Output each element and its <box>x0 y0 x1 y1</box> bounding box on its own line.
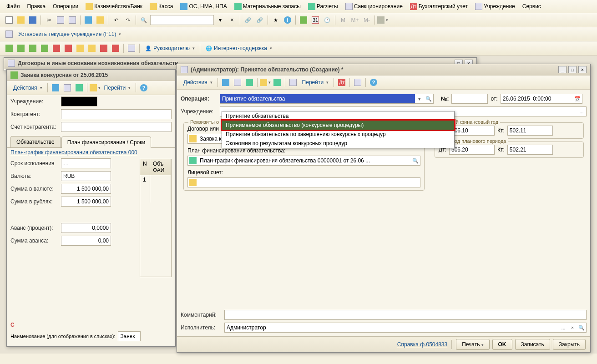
set-institution-button[interactable]: Установить текущее учреждение (F11) <box>15 30 124 39</box>
ob-btn1[interactable] <box>220 77 231 88</box>
undo-button[interactable]: ↶ <box>111 15 121 25</box>
search-go[interactable]: ▾ <box>215 15 226 25</box>
manager-link[interactable]: 👤Руководителю <box>142 43 197 53</box>
save-button[interactable] <box>27 15 38 25</box>
lookup-button[interactable]: 🔍 <box>577 323 586 332</box>
actions-dropdown[interactable]: Действия <box>181 78 215 87</box>
actions-dropdown[interactable]: Действия <box>10 83 45 92</box>
t3-8[interactable] <box>86 43 97 54</box>
t3-9[interactable] <box>98 43 109 54</box>
t3-2[interactable] <box>15 43 26 54</box>
date-input[interactable]: 📅 <box>501 94 582 104</box>
menu-cash[interactable]: Касса <box>147 1 176 11</box>
save-button[interactable]: Записать <box>515 339 550 350</box>
menu-treasury[interactable]: Казначейство/Банк <box>83 1 145 11</box>
req-btn3[interactable] <box>74 82 85 93</box>
info-button[interactable]: i <box>282 15 293 25</box>
new-doc-button[interactable] <box>4 15 15 25</box>
ob-btn5[interactable] <box>272 77 283 88</box>
dropdown-button[interactable]: ▾ <box>415 94 424 103</box>
ob-help[interactable]: ? <box>368 77 379 88</box>
close-button[interactable]: Закрыть <box>553 339 586 350</box>
kt1-input[interactable] <box>507 126 553 136</box>
ob-btn6[interactable] <box>288 77 298 88</box>
paste-button[interactable] <box>67 15 78 25</box>
cut-button[interactable]: ✂ <box>43 15 54 25</box>
menu-file[interactable]: Файл <box>4 2 23 11</box>
copy-button[interactable] <box>55 15 66 25</box>
window-max[interactable]: □ <box>568 66 577 73</box>
ob-btn7[interactable]: Дт <box>336 77 347 88</box>
menu-assets[interactable]: ОС, НМА, НПА <box>177 1 229 11</box>
advance-pct-input[interactable] <box>61 223 111 233</box>
operation-select[interactable]: ▾ 🔍 <box>220 94 434 104</box>
menu-calc[interactable]: Расчеты <box>305 1 341 11</box>
open-button[interactable] <box>15 15 26 25</box>
contragent-acct-field[interactable] <box>61 122 172 132</box>
lookup-button[interactable]: 🔍 <box>424 94 433 103</box>
t3-11[interactable] <box>126 43 137 54</box>
clear-button[interactable]: × <box>568 323 577 332</box>
advance-sum-input[interactable] <box>61 236 111 246</box>
window-close[interactable]: × <box>578 66 587 73</box>
t3-1[interactable] <box>4 43 15 54</box>
mplus-button[interactable]: M+ <box>349 15 360 25</box>
contragent-field[interactable] <box>61 109 172 119</box>
goto-dropdown[interactable]: Перейти <box>299 78 332 87</box>
dd-item-1[interactable]: Принятие обязательства <box>222 111 454 121</box>
menu-operations[interactable]: Операции <box>50 2 81 11</box>
menu-edit[interactable]: Правка <box>25 2 49 11</box>
lookup-button[interactable]: 🔍 <box>411 156 420 165</box>
support-link[interactable]: 🌐Интернет-поддержка <box>202 43 275 53</box>
req-help[interactable]: ? <box>138 82 149 93</box>
req-btn4[interactable] <box>90 82 101 93</box>
dd-item-2[interactable]: Принимаемое обязательство (конкурсные пр… <box>222 121 454 130</box>
ob-btn8[interactable] <box>352 77 363 88</box>
search-input[interactable] <box>150 15 214 25</box>
sum-cur-input[interactable] <box>61 184 111 194</box>
select-button[interactable]: ... <box>577 107 586 116</box>
t3-5[interactable] <box>51 43 62 54</box>
display-name-input[interactable] <box>118 331 141 341</box>
account-field[interactable] <box>187 177 420 187</box>
ob-btn4[interactable] <box>260 77 271 88</box>
window-min[interactable]: _ <box>558 66 567 73</box>
ob-btn2[interactable] <box>232 77 243 88</box>
menu-service[interactable]: Сервис <box>520 2 544 11</box>
dt1-input[interactable] <box>449 126 495 136</box>
help-link[interactable]: Справка ф.0504833 <box>397 341 447 348</box>
link-nav2[interactable]: 🔗 <box>254 15 265 25</box>
menu-institution[interactable]: Учреждение <box>472 1 518 11</box>
dt2-input[interactable] <box>449 145 495 155</box>
t3-3[interactable] <box>27 43 38 54</box>
clock-button[interactable]: 🕐 <box>322 15 333 25</box>
calendar-button[interactable]: 📅 <box>573 94 582 103</box>
comment-input[interactable] <box>224 310 587 320</box>
t3-6[interactable] <box>63 43 74 54</box>
goto-dropdown[interactable]: Перейти <box>101 83 134 92</box>
link-nav1[interactable]: 🔗 <box>243 15 253 25</box>
tab-obligation[interactable]: Обязательство <box>10 136 61 147</box>
btn-b[interactable] <box>95 15 106 25</box>
num-input[interactable] <box>451 94 488 104</box>
redo-button[interactable]: ↷ <box>122 15 133 25</box>
mminus-button[interactable]: M- <box>361 15 372 25</box>
kt2-input[interactable] <box>507 145 553 155</box>
req-btn2[interactable] <box>62 82 73 93</box>
m-button[interactable]: M <box>338 15 349 25</box>
search-clear[interactable]: × <box>227 15 238 25</box>
req-btn1[interactable] <box>50 82 61 93</box>
menu-inventory[interactable]: Материальные запасы <box>232 1 304 11</box>
sum-rub-input[interactable] <box>61 197 111 207</box>
institution-icon-btn[interactable] <box>4 29 15 40</box>
btn-a[interactable] <box>83 15 94 25</box>
finplan-field[interactable]: 🔍 <box>187 156 420 166</box>
t3-10[interactable] <box>110 43 121 54</box>
menu-sanctioning[interactable]: Санкционирование <box>343 1 405 11</box>
dd-item-3[interactable]: Принятие обязательства по завершению кон… <box>222 130 454 139</box>
t3-4[interactable] <box>39 43 50 54</box>
settings-button[interactable] <box>377 15 388 25</box>
print-button[interactable]: Печать <box>456 339 489 350</box>
star-button[interactable]: ★ <box>270 15 281 25</box>
calc-button[interactable] <box>298 15 309 25</box>
